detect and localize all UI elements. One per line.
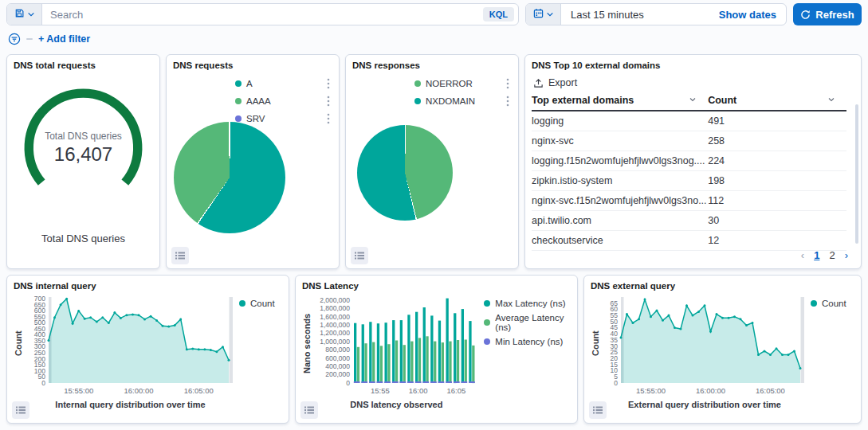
panel-title[interactable]: DNS internal query bbox=[14, 281, 282, 291]
sort-chevron-icon[interactable] bbox=[689, 95, 697, 106]
legend-item-count[interactable]: Count bbox=[239, 299, 275, 308]
avg-latency-bar bbox=[411, 342, 414, 383]
legend-item-aaaa[interactable]: AAAA bbox=[235, 95, 332, 108]
table-pagination: ‹ 1 2 › bbox=[801, 249, 848, 261]
panel-title[interactable]: DNS Latency bbox=[302, 281, 571, 291]
data-point bbox=[108, 322, 110, 324]
panel-dns-responses: DNS responses NOERROR NXDOMAIN bbox=[345, 54, 519, 269]
avg-latency-bar bbox=[380, 346, 383, 383]
column-header-domains[interactable]: Top external domains bbox=[532, 92, 708, 111]
saved-query-menu-button[interactable] bbox=[7, 4, 42, 25]
pagination-page-1[interactable]: 1 bbox=[814, 249, 819, 261]
gauge-center-text: Total DNS queries 16,407 bbox=[14, 131, 153, 166]
y-axis-tick: 400,000 bbox=[326, 362, 351, 370]
panel-title[interactable]: DNS total requests bbox=[14, 61, 153, 70]
legend-actions-icon[interactable] bbox=[324, 77, 332, 90]
data-point bbox=[138, 314, 140, 316]
table-row: nginx-svc.f15n2womfujehfjlwv0lgs3no...11… bbox=[532, 191, 846, 211]
refresh-icon bbox=[800, 10, 811, 20]
data-point bbox=[781, 354, 784, 356]
max-latency-bar bbox=[362, 324, 364, 383]
data-point bbox=[764, 350, 766, 352]
min-latency-bar bbox=[385, 381, 391, 383]
legend-item-max-latency[interactable]: Max Latency (ns) bbox=[484, 299, 571, 308]
data-point bbox=[745, 324, 748, 326]
time-range-button[interactable]: Last 15 minutes bbox=[561, 4, 719, 25]
legend-item-min-latency[interactable]: Min Latency (ns) bbox=[484, 337, 571, 346]
show-dates-button[interactable]: Show dates bbox=[719, 4, 786, 25]
add-filter-button[interactable]: + Add filter bbox=[38, 33, 90, 45]
panel-title[interactable]: DNS Top 10 external domains bbox=[532, 61, 854, 70]
legend-item-average-latency[interactable]: Average Latency (ns) bbox=[484, 313, 571, 332]
data-point bbox=[155, 319, 158, 322]
pagination-prev-icon[interactable]: ‹ bbox=[801, 249, 804, 261]
y-axis-tick: 200,000 bbox=[326, 370, 351, 378]
data-point bbox=[65, 298, 68, 300]
data-point bbox=[709, 330, 712, 333]
legend-toggle-button[interactable] bbox=[171, 247, 189, 264]
sort-chevron-icon[interactable] bbox=[827, 95, 835, 106]
pagination-page-2[interactable]: 2 bbox=[829, 249, 835, 261]
responses-pie-legend: NOERROR NXDOMAIN bbox=[414, 77, 512, 108]
data-point bbox=[787, 354, 790, 356]
data-point bbox=[53, 316, 56, 319]
domain-cell: nginx-svc.f15n2womfujehfjlwv0lgs3no... bbox=[532, 191, 708, 211]
table-row: zipkin.istio-system198 bbox=[532, 171, 846, 191]
legend-toggle-button[interactable] bbox=[589, 401, 607, 419]
legend-toggle-button[interactable] bbox=[351, 247, 368, 264]
y-axis-tick: 1,800,000 bbox=[320, 304, 351, 312]
data-point bbox=[120, 317, 122, 319]
dns-responses-pie-chart[interactable] bbox=[357, 125, 453, 221]
table-row: logging.f15n2womfujehfjlwv0lgs3nog....22… bbox=[532, 151, 846, 171]
table-row: nginx-svc258 bbox=[532, 131, 846, 151]
legend-actions-icon[interactable] bbox=[324, 112, 332, 125]
data-point bbox=[662, 319, 664, 322]
legend-item-noerror[interactable]: NOERROR bbox=[414, 77, 512, 90]
chart-legend: Max Latency (ns) Average Latency (ns) Mi… bbox=[481, 292, 571, 409]
max-latency-bar bbox=[400, 320, 403, 383]
legend-actions-icon[interactable] bbox=[504, 95, 512, 108]
legend-dot bbox=[414, 98, 421, 104]
pagination-next-icon[interactable]: › bbox=[845, 249, 848, 261]
dns-requests-pie-chart[interactable] bbox=[174, 122, 285, 233]
internal-query-chart[interactable]: 0501001502002503003504004505005506006507… bbox=[25, 292, 236, 399]
legend-item-count[interactable]: Count bbox=[811, 299, 846, 308]
filter-icon[interactable] bbox=[8, 33, 21, 45]
legend-item-nxdomain[interactable]: NXDOMAIN bbox=[414, 95, 512, 108]
data-point bbox=[668, 315, 670, 317]
legend-item-srv[interactable]: SRV bbox=[235, 112, 332, 125]
dns-latency-chart[interactable]: 0200,000400,000600,000800,0001,000,0001,… bbox=[312, 292, 481, 399]
data-point bbox=[728, 317, 730, 319]
panel-dns-requests: DNS requests A AAAA SRV bbox=[166, 54, 340, 269]
panel-title[interactable]: DNS responses bbox=[352, 61, 512, 70]
table-row: checkoutservice12 bbox=[532, 231, 846, 251]
search-input[interactable] bbox=[42, 4, 483, 25]
legend-actions-icon[interactable] bbox=[504, 77, 512, 90]
avg-latency-bar bbox=[465, 340, 467, 384]
legend-dot bbox=[235, 115, 242, 122]
legend-toggle-button[interactable] bbox=[300, 401, 318, 419]
panel-title[interactable]: DNS requests bbox=[173, 61, 332, 70]
date-quick-menu-button[interactable] bbox=[526, 4, 561, 25]
column-header-count[interactable]: Count bbox=[708, 92, 846, 111]
external-query-chart[interactable]: 0510152025303540455055606515:55:0016:00:… bbox=[602, 292, 807, 399]
x-axis-tick: 16:05:00 bbox=[184, 386, 214, 395]
legend-actions-icon[interactable] bbox=[324, 95, 332, 108]
legend-item-a[interactable]: A bbox=[235, 77, 332, 90]
avg-latency-bar bbox=[442, 342, 444, 383]
refresh-button[interactable]: Refresh bbox=[793, 3, 862, 25]
avg-latency-bar bbox=[403, 345, 406, 383]
min-latency-bar bbox=[423, 381, 430, 383]
legend-toggle-button[interactable] bbox=[12, 401, 29, 419]
max-latency-bar bbox=[377, 323, 379, 383]
export-button[interactable]: Export bbox=[533, 77, 577, 88]
total-queries-gauge[interactable]: Total DNS queries 16,407 bbox=[14, 80, 153, 197]
data-point bbox=[48, 339, 50, 342]
table-scrollbar[interactable] bbox=[855, 104, 858, 244]
min-latency-bar bbox=[400, 381, 407, 383]
kql-language-button[interactable]: KQL bbox=[483, 7, 514, 22]
max-latency-bar bbox=[354, 323, 356, 383]
panel-title[interactable]: DNS external query bbox=[591, 281, 854, 291]
avg-latency-bar bbox=[388, 344, 391, 383]
min-latency-bar bbox=[454, 381, 460, 383]
